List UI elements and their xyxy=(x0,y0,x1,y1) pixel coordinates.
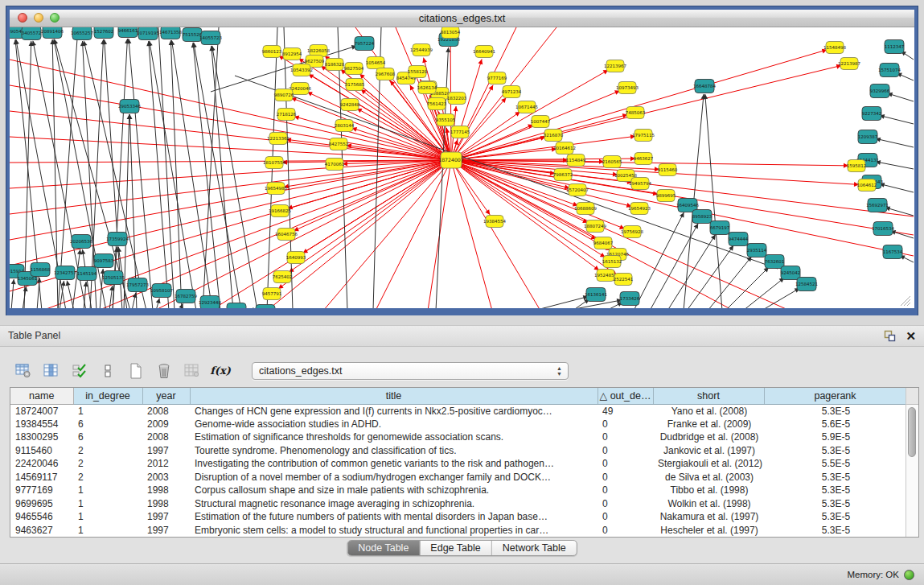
cell[interactable]: de Silva et al. (2003) xyxy=(653,471,764,484)
cell[interactable]: Disruption of a novel member of a sodium… xyxy=(190,471,598,484)
cell[interactable]: 9465546 xyxy=(10,510,73,524)
cell[interactable]: 0 xyxy=(598,484,653,497)
cell[interactable]: 5.3E-5 xyxy=(764,524,906,538)
cell[interactable]: Estimation of the future numbers of pati… xyxy=(190,510,598,524)
cell[interactable]: Investigating the contribution of common… xyxy=(190,457,598,471)
table-row[interactable]: 1938455462009Genome-wide association stu… xyxy=(10,418,906,431)
cell[interactable]: 0 xyxy=(598,524,653,538)
cell[interactable]: 5.9E-5 xyxy=(764,431,906,444)
cell[interactable]: Tourette syndrome. Phenomenology and cla… xyxy=(190,444,598,458)
memory-status-indicator[interactable] xyxy=(904,570,914,580)
table-row[interactable]: 911546021997Tourette syndrome. Phenomeno… xyxy=(10,444,906,458)
cell[interactable]: 1 xyxy=(73,404,142,418)
cell[interactable]: 1 xyxy=(73,524,142,538)
cell[interactable]: 49 xyxy=(598,404,653,418)
column-header-year[interactable]: year xyxy=(142,388,190,404)
cell[interactable]: 0 xyxy=(598,471,653,484)
row-height-icon[interactable] xyxy=(99,363,117,379)
new-table-icon[interactable] xyxy=(127,363,145,379)
cell[interactable]: 9699695 xyxy=(10,497,73,511)
cell[interactable]: 6 xyxy=(73,431,142,444)
cell[interactable]: 2003 xyxy=(142,471,190,484)
float-window-icon[interactable] xyxy=(884,330,896,342)
minimize-window-button[interactable] xyxy=(34,13,43,23)
select-rows-icon[interactable] xyxy=(71,363,88,379)
cell[interactable]: 2 xyxy=(73,471,142,484)
table-row[interactable]: 977716911998Corpus callosum shape and si… xyxy=(10,484,906,497)
cell[interactable]: Tibbo et al. (1998) xyxy=(653,484,764,497)
cell[interactable]: 22420046 xyxy=(10,457,73,471)
cell[interactable]: 6 xyxy=(73,418,142,431)
network-window-titlebar[interactable]: citations_edges.txt xyxy=(10,10,914,27)
network-canvas[interactable]: 1390546340557220891406106552571527602946… xyxy=(10,27,914,308)
table-row[interactable]: 969969511998Structural magnetic resonanc… xyxy=(10,497,906,511)
table-settings-icon[interactable] xyxy=(14,363,32,379)
cell[interactable]: 5.6E-5 xyxy=(764,418,906,431)
table-row[interactable]: 1872400712008Changes of HCN gene express… xyxy=(10,404,906,418)
cell[interactable]: Hescheler et al. (1997) xyxy=(653,524,764,538)
cell[interactable]: 5.3E-5 xyxy=(764,484,906,497)
cell[interactable]: Yano et al. (2008) xyxy=(653,404,764,418)
citation-network-graph[interactable]: 1390546340557220891406106552571527602946… xyxy=(10,27,914,308)
panel-splitter[interactable] xyxy=(0,315,924,325)
table-row[interactable]: 946554611997Estimation of the future num… xyxy=(10,510,906,524)
column-header-in_degree[interactable]: in_degree xyxy=(73,388,142,404)
function-builder-icon[interactable]: f(x) xyxy=(211,363,229,379)
cell[interactable]: 5.3E-5 xyxy=(764,471,906,484)
cell[interactable]: 1 xyxy=(73,484,142,497)
cell[interactable]: 19384554 xyxy=(10,418,73,431)
cell[interactable]: 2009 xyxy=(142,418,190,431)
column-header-short[interactable]: short xyxy=(653,388,764,404)
cell[interactable]: 9463627 xyxy=(10,524,73,538)
cell[interactable]: 18300295 xyxy=(10,431,73,444)
cell[interactable]: 14569117 xyxy=(10,471,73,484)
cell[interactable]: Genome-wide association studies in ADHD. xyxy=(190,418,598,431)
cell[interactable]: 0 xyxy=(598,431,653,444)
table-selector-dropdown[interactable]: citations_edges.txt ▲▼ xyxy=(252,362,569,380)
cell[interactable]: 9115460 xyxy=(10,444,73,458)
table-row[interactable]: 2242004622012Investigating the contribut… xyxy=(10,457,906,471)
cell[interactable]: 2008 xyxy=(142,404,190,418)
cell[interactable]: Estimation of significance thresholds fo… xyxy=(190,431,598,444)
close-icon[interactable]: ✕ xyxy=(906,326,916,346)
cell[interactable]: Jankovic et al. (1997) xyxy=(653,444,764,458)
cell[interactable]: 2 xyxy=(73,444,142,458)
cell[interactable]: Wolkin et al. (1998) xyxy=(653,497,764,511)
column-header-title[interactable]: title xyxy=(190,388,598,404)
cell[interactable]: Changes of HCN gene expression and I(f) … xyxy=(190,404,598,418)
table-vertical-scrollbar[interactable] xyxy=(906,388,918,537)
cell[interactable]: 5.3E-5 xyxy=(764,510,906,524)
table-row[interactable]: 946362711997Embryonic stem cells: a mode… xyxy=(10,524,906,538)
show-column-icon[interactable] xyxy=(43,363,60,379)
cell[interactable]: 1997 xyxy=(142,444,190,458)
cell[interactable]: 1998 xyxy=(142,484,190,497)
cell[interactable]: 1998 xyxy=(142,497,190,511)
maximize-window-button[interactable] xyxy=(50,13,60,23)
cell[interactable]: 1997 xyxy=(142,510,190,524)
table-row[interactable]: 1456911722003Disruption of a novel membe… xyxy=(10,471,906,484)
cell[interactable]: 5.3E-5 xyxy=(764,404,906,418)
delete-table-icon[interactable] xyxy=(155,363,173,379)
cell[interactable]: Dudbridge et al. (2008) xyxy=(653,431,764,444)
cell[interactable]: 1 xyxy=(73,497,142,511)
cell[interactable]: 0 xyxy=(598,457,653,471)
cell[interactable]: 9777169 xyxy=(10,484,73,497)
cell[interactable]: 5.5E-5 xyxy=(764,457,906,471)
column-header-name[interactable]: name xyxy=(10,388,73,404)
import-table-icon[interactable] xyxy=(183,363,201,379)
cell[interactable]: 2 xyxy=(73,457,142,471)
tab-network-table[interactable]: Network Table xyxy=(491,541,577,555)
cell[interactable]: Corpus callosum shape and size in male p… xyxy=(190,484,598,497)
tab-node-table[interactable]: Node Table xyxy=(347,541,419,555)
scrollbar-thumb[interactable] xyxy=(908,407,916,457)
cell[interactable]: 5.3E-5 xyxy=(764,444,906,458)
cell[interactable]: Nakamura et al. (1997) xyxy=(653,510,764,524)
cell[interactable]: 2008 xyxy=(142,431,190,444)
cell[interactable]: Franke et al. (2009) xyxy=(653,418,764,431)
cell[interactable]: 5.3E-5 xyxy=(764,497,906,511)
cell[interactable]: 0 xyxy=(598,510,653,524)
cell[interactable]: Structural magnetic resonance image aver… xyxy=(190,497,598,511)
cell[interactable]: 0 xyxy=(598,444,653,458)
cell[interactable]: 0 xyxy=(598,497,653,511)
table-row[interactable]: 1830029562008Estimation of significance … xyxy=(10,431,906,444)
